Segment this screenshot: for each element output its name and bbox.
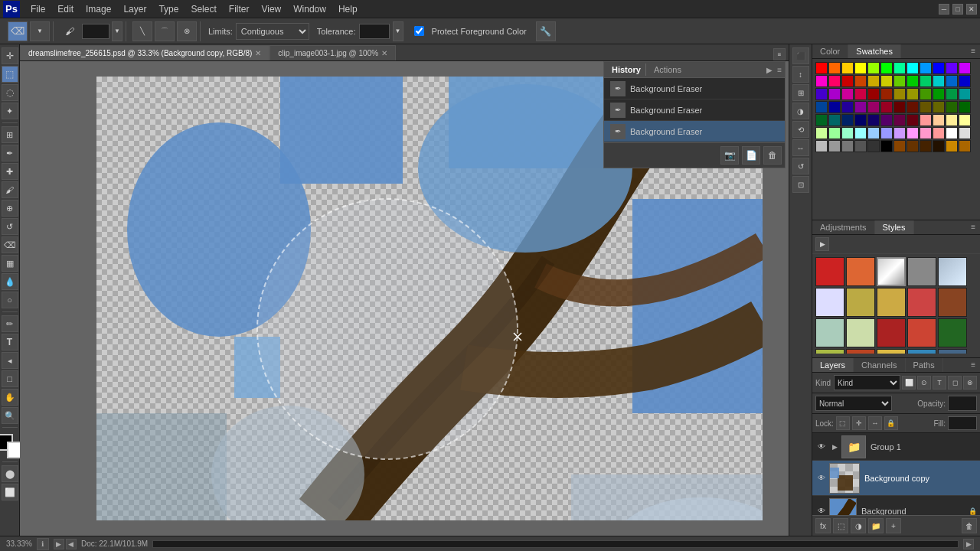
brush-size-input[interactable]: 700 [82,24,109,39]
color-swatch[interactable] [867,88,880,100]
menu-image[interactable]: Image [80,2,117,16]
color-swatch[interactable] [906,62,919,74]
color-swatch[interactable] [906,114,919,126]
color-swatch[interactable] [854,127,867,139]
heal-tool[interactable]: ✚ [2,163,18,180]
filter-adj-btn[interactable]: ⊙ [917,376,931,390]
menu-help[interactable]: Help [332,2,364,16]
close-button[interactable]: ✕ [966,4,977,15]
color-swatch[interactable] [815,127,828,139]
color-swatch[interactable] [867,127,880,139]
add-group-btn[interactable]: 📁 [868,518,884,533]
style-item[interactable] [815,318,844,347]
color-swatch[interactable] [828,88,841,100]
style-item[interactable] [815,288,844,317]
color-swatch[interactable] [933,75,945,87]
brush-type-1[interactable]: ╲ [132,21,152,41]
color-swatch[interactable] [933,114,945,126]
protect-fg-checkbox[interactable] [414,26,424,36]
quick-mask-btn[interactable]: ⬤ [2,465,18,482]
menu-file[interactable]: File [24,2,51,16]
menu-layer[interactable]: Layer [117,2,152,16]
color-swatch[interactable] [906,101,919,113]
channels-tab[interactable]: Channels [854,358,905,372]
color-swatch[interactable] [959,114,971,126]
hand-tool[interactable]: ✋ [2,389,18,406]
blend-mode-select[interactable]: Normal Dissolve Multiply Screen Overlay [815,396,892,411]
menu-select[interactable]: Select [185,2,222,16]
color-swatch[interactable] [893,88,906,100]
color-swatch[interactable] [815,114,828,126]
shape-tool[interactable]: □ [2,370,18,387]
color-panel-menu[interactable]: ≡ [966,44,980,58]
style-item[interactable] [815,257,844,286]
color-swatch[interactable] [893,140,906,152]
panel-btn-3[interactable]: ⊞ [792,84,809,101]
style-item[interactable] [907,288,936,317]
color-swatch[interactable] [841,75,854,87]
color-swatch[interactable] [828,62,841,74]
delete-history-btn[interactable]: 🗑 [763,146,782,165]
menu-type[interactable]: Type [152,2,185,16]
panel-btn-7[interactable]: ↺ [792,158,809,174]
color-swatch[interactable] [815,75,828,87]
selection-tool[interactable]: ⬚ [2,66,18,83]
color-swatch[interactable] [867,62,880,74]
color-swatch[interactable] [946,101,958,113]
minimize-button[interactable]: ─ [939,4,949,15]
brush-type-3[interactable]: ⊗ [177,21,197,41]
create-snapshot-btn[interactable]: 📷 [720,146,739,165]
color-swatch[interactable] [828,114,841,126]
color-swatch[interactable] [920,75,932,87]
color-swatch[interactable] [854,62,867,74]
color-swatch[interactable] [933,101,945,113]
zoom-tool[interactable]: 🔍 [2,407,18,424]
color-swatch[interactable] [959,140,971,152]
tab-psd[interactable]: dreamslimefree_256615.psd @ 33.3% (Backg… [20,45,270,60]
blur-tool[interactable]: 💧 [2,273,18,290]
lock-pixels-btn[interactable]: ⬚ [836,416,850,430]
style-item[interactable] [846,288,875,317]
brush-tool[interactable]: 🖌 [2,181,18,198]
color-swatch[interactable] [920,101,932,113]
tab-psd-close[interactable]: ✕ [255,49,261,57]
color-swatch[interactable] [946,127,958,139]
menu-view[interactable]: View [255,2,287,16]
tolerance-input[interactable]: 50% [359,24,390,39]
zoom-info-btn[interactable]: ℹ [37,538,49,550]
filter-pixel-btn[interactable]: ⬜ [902,376,916,390]
history-item[interactable]: ✒ Background Eraser [604,99,785,121]
history-menu-btn[interactable]: ▶ [766,66,773,74]
lock-all-btn[interactable]: 🔒 [884,416,898,430]
color-swatch[interactable] [828,101,841,113]
layer-item-bg[interactable]: 👁 Background 🔒 [812,496,980,515]
color-swatch[interactable] [893,75,906,87]
scroll-end-btn[interactable]: ▶ [963,539,974,549]
color-swatch[interactable] [867,140,880,152]
color-swatch[interactable] [920,88,932,100]
new-layer-btn[interactable]: + [886,518,901,533]
style-item[interactable] [877,288,906,317]
color-swatch[interactable] [893,114,906,126]
eyedropper-tool[interactable]: ✒ [2,145,18,161]
timeline-scrollbar[interactable] [152,540,959,548]
layers-panel-menu[interactable]: ≡ [966,358,980,372]
add-mask-btn[interactable]: ⬚ [833,518,848,533]
color-swatch[interactable] [880,114,893,126]
style-item[interactable] [877,318,906,347]
panel-btn-1[interactable]: ⬛ [792,47,809,64]
menu-edit[interactable]: Edit [51,2,80,16]
style-item[interactable] [815,349,844,354]
style-item[interactable] [877,257,906,286]
menu-filter[interactable]: Filter [223,2,256,16]
color-swatch[interactable] [959,127,971,139]
path-select-tool[interactable]: ◂ [2,352,18,369]
color-swatch[interactable] [828,140,841,152]
color-swatch[interactable] [880,101,893,113]
color-swatch[interactable] [841,127,854,139]
style-item[interactable] [846,257,875,286]
eraser-tool[interactable]: ⌫ [2,236,18,253]
color-swatch[interactable] [867,114,880,126]
layer-visibility-bg[interactable]: 👁 [815,505,828,516]
style-item[interactable] [846,349,875,354]
